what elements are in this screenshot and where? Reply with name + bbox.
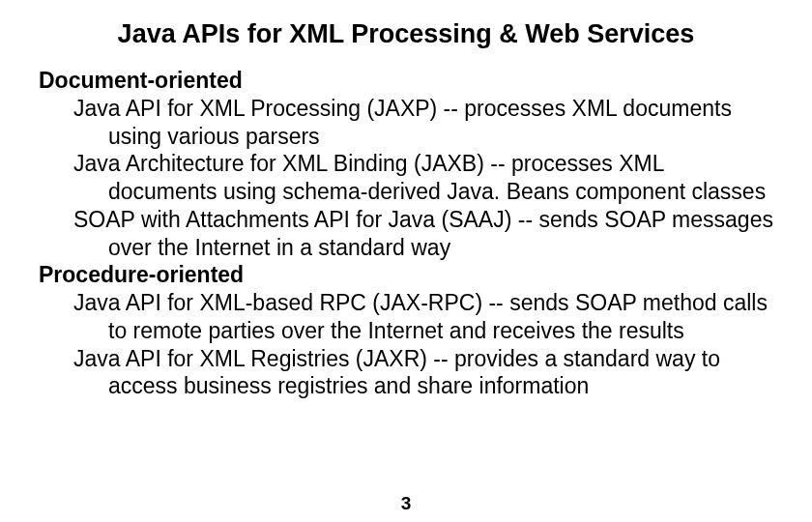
list-item: Java API for XML Processing (JAXP) -- pr… [73,95,773,151]
list-item: Java API for XML-based RPC (JAX-RPC) -- … [73,289,773,345]
section-heading-1: Document-oriented [39,67,773,95]
list-item: Java Architecture for XML Binding (JAXB)… [73,150,773,206]
slide-body: Document-oriented Java API for XML Proce… [39,67,773,400]
section-heading-2: Procedure-oriented [39,261,773,289]
list-item: Java API for XML Registries (JAXR) -- pr… [73,345,773,401]
slide-title: Java APIs for XML Processing & Web Servi… [77,19,735,49]
page-number: 3 [0,493,812,514]
list-item: SOAP with Attachments API for Java (SAAJ… [73,206,773,262]
